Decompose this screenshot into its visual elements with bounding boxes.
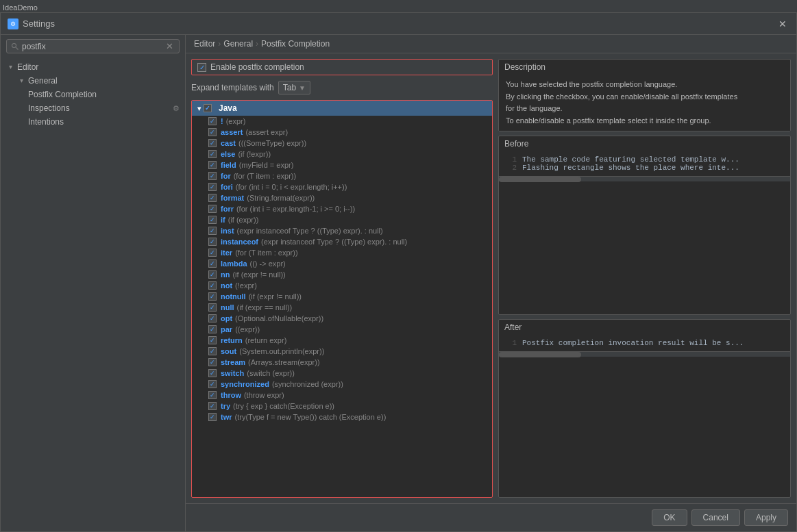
template-checkbox-if[interactable] <box>208 216 217 224</box>
template-checkbox-notop[interactable] <box>208 281 217 290</box>
template-name: sout <box>221 347 236 355</box>
template-desc: (myField = expr) <box>239 161 294 169</box>
sidebar-item-postfix-completion[interactable]: Postfix Completion <box>1 88 185 101</box>
template-checkbox-throw[interactable] <box>208 391 217 399</box>
template-item-for[interactable]: for (for (T item : expr)) <box>192 170 492 181</box>
before-title: Before <box>499 136 790 151</box>
close-button[interactable]: ✕ <box>776 17 789 31</box>
template-item-null[interactable]: null (if (expr == null)) <box>192 302 492 313</box>
template-item-synchronized[interactable]: synchronized (synchronized (expr)) <box>192 379 492 390</box>
template-desc: (if (expr != null)) <box>232 270 285 279</box>
template-checkbox-null[interactable] <box>208 303 217 312</box>
template-checkbox-assert[interactable] <box>208 128 217 136</box>
template-name: instanceof <box>221 238 258 246</box>
template-checkbox-else[interactable] <box>208 150 217 158</box>
sidebar-item-intentions[interactable]: Intentions <box>1 115 185 129</box>
template-desc: (expr) <box>226 117 246 125</box>
template-checkbox-twr[interactable] <box>208 413 217 421</box>
template-checkbox-forr[interactable] <box>208 205 217 213</box>
template-desc: (for (T item : expr)) <box>235 249 297 257</box>
template-item-return[interactable]: return (return expr) <box>192 335 492 346</box>
expand-templates-row: Expand templates with Tab ▼ <box>191 81 493 94</box>
horizontal-scrollbar-after[interactable] <box>499 351 790 357</box>
dialog-titlebar: ⚙ Settings ✕ <box>1 13 796 35</box>
enable-postfix-row[interactable]: Enable postfix completion <box>191 59 493 75</box>
template-item-throw[interactable]: throw (throw expr) <box>192 390 492 401</box>
sidebar-item-label: Intentions <box>28 117 64 127</box>
scrollbar-thumb[interactable] <box>499 177 581 182</box>
template-checkbox-field[interactable] <box>208 161 217 169</box>
template-checkbox-for[interactable] <box>208 172 217 180</box>
apply-button[interactable]: Apply <box>744 509 788 526</box>
cancel-button[interactable]: Cancel <box>691 509 740 526</box>
template-name: iter <box>221 249 232 257</box>
template-checkbox-fori[interactable] <box>208 183 217 191</box>
gear-icon: ⚙ <box>173 104 180 113</box>
template-checkbox-lambda[interactable] <box>208 259 217 268</box>
template-item-if[interactable]: if (if (expr)) <box>192 214 492 225</box>
search-box[interactable]: ✕ <box>6 39 180 53</box>
template-checkbox-instanceof[interactable] <box>208 238 217 246</box>
breadcrumb-general: General <box>223 39 253 49</box>
sidebar-item-inspections[interactable]: Inspections ⚙ <box>1 101 185 115</box>
template-checkbox-notnull[interactable] <box>208 292 217 301</box>
description-panel: Description You have selected the postfi… <box>498 59 791 498</box>
java-group-header[interactable]: ▾ Java <box>192 101 492 116</box>
template-checkbox-switch[interactable] <box>208 369 217 377</box>
template-item-assert[interactable]: assert (assert expr) <box>192 127 492 138</box>
java-group-checkbox[interactable] <box>204 104 212 112</box>
template-item-cast[interactable]: cast (((SomeType) expr)) <box>192 138 492 149</box>
template-checkbox-nn[interactable] <box>208 270 217 279</box>
template-item-instanceof[interactable]: instanceof (expr instanceof Type ? ((Typ… <box>192 236 492 247</box>
template-checkbox-par[interactable] <box>208 325 217 333</box>
template-item-field[interactable]: field (myField = expr) <box>192 160 492 170</box>
template-checkbox-format[interactable] <box>208 194 217 202</box>
search-input[interactable] <box>22 42 164 51</box>
template-item-opt[interactable]: opt (Optional.ofNullable(expr)) <box>192 313 492 324</box>
template-item-try[interactable]: try (try { exp } catch(Exception e)) <box>192 401 492 411</box>
dialog-title: Settings <box>23 18 776 29</box>
expand-key-dropdown[interactable]: Tab ▼ <box>278 81 310 94</box>
template-name: assert <box>221 128 243 136</box>
template-desc: (() -> expr) <box>250 259 286 268</box>
template-item-notop[interactable]: not (!expr) <box>192 280 492 291</box>
search-clear-button[interactable]: ✕ <box>164 41 175 51</box>
template-name: return <box>221 336 243 344</box>
template-item-switch[interactable]: switch (switch (expr)) <box>192 368 492 379</box>
template-checkbox-not[interactable] <box>208 117 217 125</box>
template-item-nn[interactable]: nn (if (expr != null)) <box>192 269 492 280</box>
template-item-format[interactable]: format (String.format(expr)) <box>192 192 492 203</box>
template-checkbox-return[interactable] <box>208 336 217 344</box>
template-item-not[interactable]: ! (expr) <box>192 116 492 127</box>
template-checkbox-synchronized[interactable] <box>208 380 217 388</box>
ok-button[interactable]: OK <box>652 509 687 526</box>
template-item-sout[interactable]: sout (System.out.println(expr)) <box>192 346 492 357</box>
template-item-twr[interactable]: twr (try(Type f = new Type()) catch (Exc… <box>192 411 492 422</box>
template-item-forr[interactable]: forr (for (int i = expr.length-1; i >= 0… <box>192 203 492 214</box>
template-checkbox-cast[interactable] <box>208 139 217 147</box>
scrollbar-thumb-after[interactable] <box>499 352 581 357</box>
template-checkbox-opt[interactable] <box>208 314 217 322</box>
template-desc: (if (expr)) <box>228 216 259 224</box>
template-checkbox-try[interactable] <box>208 402 217 410</box>
template-desc: (switch (expr)) <box>247 369 295 377</box>
template-item-notnull[interactable]: notnull (if (expr != null)) <box>192 291 492 302</box>
before-line-2: 2 Flashing rectangle shows the place whe… <box>506 164 783 172</box>
sidebar-item-editor[interactable]: Editor <box>1 60 185 74</box>
sidebar-item-general[interactable]: General <box>1 74 185 88</box>
template-checkbox-stream[interactable] <box>208 358 217 366</box>
template-item-iter[interactable]: iter (for (T item : expr)) <box>192 247 492 258</box>
right-panel: Editor › General › Postfix Completion En… <box>186 35 796 531</box>
template-checkbox-inst[interactable] <box>208 227 217 235</box>
template-item-lambda[interactable]: lambda (() -> expr) <box>192 258 492 269</box>
template-item-else[interactable]: else (if (!expr)) <box>192 149 492 160</box>
template-item-par[interactable]: par ((expr)) <box>192 324 492 335</box>
template-item-inst[interactable]: inst (expr instanceof Type ? ((Type) exp… <box>192 225 492 236</box>
template-item-stream[interactable]: stream (Arrays.stream(expr)) <box>192 357 492 368</box>
template-checkbox-iter[interactable] <box>208 249 217 257</box>
enable-postfix-checkbox[interactable] <box>197 63 206 72</box>
template-item-fori[interactable]: fori (for (int i = 0; i < expr.length; i… <box>192 181 492 192</box>
after-line-1: 1 Postfix completion invocation result w… <box>506 339 783 347</box>
template-checkbox-sout[interactable] <box>208 347 217 355</box>
horizontal-scrollbar[interactable] <box>499 176 790 181</box>
